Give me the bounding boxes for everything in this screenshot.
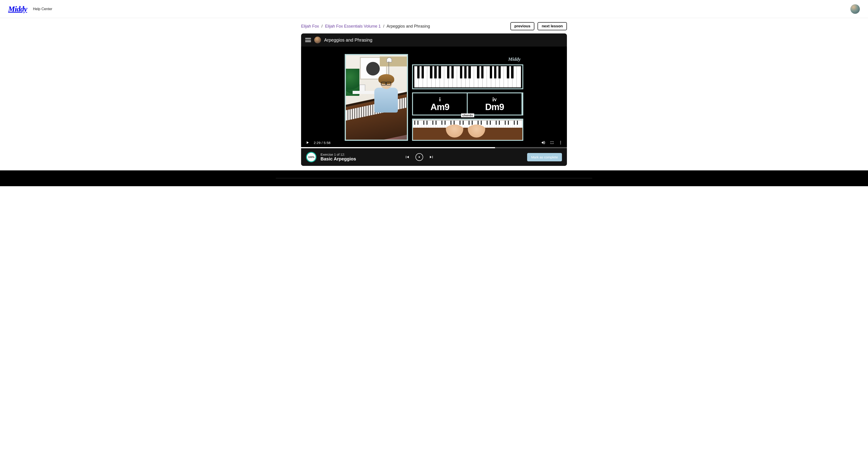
breadcrumb: Elijah Fox / Elijah Fox Essentials Volum… bbox=[301, 24, 430, 29]
chord-box-1: i Am9 bbox=[413, 93, 468, 115]
breadcrumb-artist[interactable]: Elijah Fox bbox=[301, 24, 319, 28]
exercise-meta: Exercise 1 of 12: Basic Arpeggios bbox=[320, 153, 356, 161]
exercise-title: Basic Arpeggios bbox=[320, 156, 356, 161]
volume-icon[interactable] bbox=[541, 140, 546, 145]
chord-numeral: i bbox=[439, 96, 440, 102]
video-watermark: Middy bbox=[508, 56, 521, 62]
lesson-nav: previous next lesson bbox=[510, 22, 567, 30]
skip-forward-icon[interactable] bbox=[429, 155, 434, 159]
instructor-avatar[interactable] bbox=[314, 37, 321, 43]
brand-logo[interactable]: Middy bbox=[8, 5, 27, 13]
svg-point-2 bbox=[560, 144, 561, 144]
play-icon bbox=[418, 155, 421, 159]
instructor-camera bbox=[345, 54, 408, 141]
video-frame: Middy bbox=[342, 52, 526, 143]
svg-point-0 bbox=[560, 141, 561, 142]
player-header: Arpeggios and Phrasing bbox=[301, 33, 567, 47]
footer bbox=[0, 171, 868, 186]
theory-overlay: i Am9 iv Dm9 chords bbox=[412, 54, 523, 141]
play-icon[interactable] bbox=[305, 140, 310, 145]
exercise-index: Exercise 1 of 12: bbox=[320, 153, 356, 156]
more-icon[interactable] bbox=[558, 140, 563, 145]
svg-point-1 bbox=[560, 142, 561, 143]
chord-name: Dm9 bbox=[485, 102, 504, 112]
subheader: Elijah Fox / Elijah Fox Essentials Volum… bbox=[301, 18, 567, 33]
video-stage[interactable]: Middy bbox=[301, 47, 567, 148]
breadcrumb-separator: / bbox=[383, 24, 384, 28]
chord-section-label: chords bbox=[461, 114, 474, 117]
tempo-badge[interactable]: 100% bbox=[306, 152, 316, 162]
top-bar: Middy Help Center bbox=[0, 0, 868, 18]
chord-name: Am9 bbox=[430, 102, 450, 112]
next-lesson-button[interactable]: next lesson bbox=[537, 22, 567, 30]
fullscreen-icon[interactable] bbox=[550, 140, 554, 145]
keyboard-diagram bbox=[412, 64, 523, 89]
video-time: 2:29 / 5:58 bbox=[314, 141, 331, 145]
chord-numeral: iv bbox=[492, 96, 497, 102]
player-title: Arpeggios and Phrasing bbox=[324, 37, 372, 43]
breadcrumb-separator: / bbox=[321, 24, 322, 28]
chord-row: i Am9 iv Dm9 chords bbox=[412, 92, 523, 116]
exercise-play-button[interactable] bbox=[415, 153, 423, 161]
top-bar-left: Middy Help Center bbox=[8, 5, 52, 13]
seek-progress bbox=[301, 147, 495, 148]
breadcrumb-course[interactable]: Elijah Fox Essentials Volume 1 bbox=[325, 24, 381, 28]
menu-icon[interactable] bbox=[305, 38, 311, 42]
user-avatar[interactable] bbox=[850, 4, 860, 14]
breadcrumb-current: Arpeggios and Phrasing bbox=[386, 24, 430, 28]
exercise-transport bbox=[405, 153, 434, 161]
seek-bar[interactable] bbox=[301, 147, 567, 148]
mark-complete-button[interactable]: Mark as complete bbox=[527, 153, 562, 161]
video-controls: 2:29 / 5:58 bbox=[301, 137, 567, 148]
exercise-bar: 100% Exercise 1 of 12: Basic Arpeggios M… bbox=[301, 148, 567, 166]
skip-back-icon[interactable] bbox=[405, 155, 410, 159]
help-center-link[interactable]: Help Center bbox=[33, 7, 52, 11]
previous-lesson-button[interactable]: previous bbox=[510, 22, 535, 30]
player-card: Arpeggios and Phrasing Middy bbox=[301, 33, 567, 166]
chord-box-2: iv Dm9 bbox=[468, 93, 522, 115]
